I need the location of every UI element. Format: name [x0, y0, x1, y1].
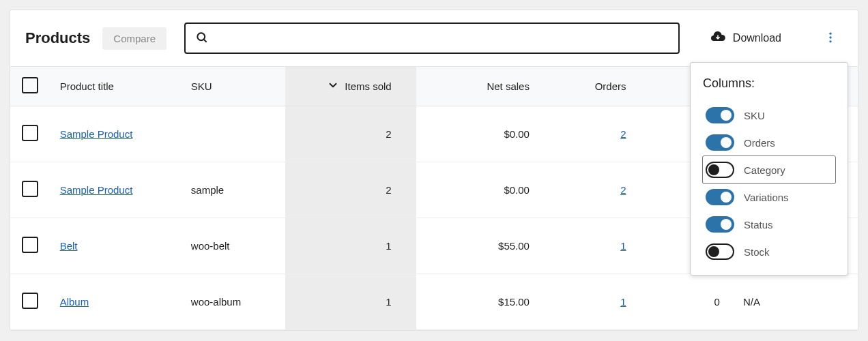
toggle-switch[interactable]: [706, 162, 734, 178]
cell-net-sales: $15.00: [416, 274, 554, 330]
download-button[interactable]: Download: [703, 25, 788, 52]
column-toggle-row[interactable]: Status: [703, 211, 835, 238]
toggle-label: Status: [744, 219, 773, 231]
cell-status: N/A: [734, 274, 858, 330]
col-header-items-sold[interactable]: Items sold: [285, 67, 416, 106]
compare-button[interactable]: Compare: [102, 27, 167, 50]
cell-sku: [182, 106, 285, 162]
column-toggle-row[interactable]: Orders: [703, 129, 835, 156]
orders-link[interactable]: 2: [620, 184, 626, 196]
orders-link[interactable]: 1: [620, 240, 626, 252]
table-wrap: Product title SKU Items sold Net sales O…: [10, 66, 858, 330]
toggle-switch[interactable]: [706, 243, 734, 260]
download-label: Download: [733, 32, 781, 44]
svg-point-0: [197, 33, 205, 40]
toggle-switch[interactable]: [706, 189, 734, 205]
orders-link[interactable]: 1: [620, 296, 626, 308]
col-header-sku[interactable]: SKU: [182, 67, 285, 106]
cell-net-sales: $55.00: [416, 218, 554, 274]
svg-point-2: [829, 32, 831, 34]
product-title-link[interactable]: Album: [60, 296, 89, 308]
svg-point-4: [829, 40, 831, 42]
cell-sku: sample: [182, 162, 285, 218]
row-checkbox[interactable]: [22, 181, 38, 197]
column-toggle-row[interactable]: Variations: [703, 183, 835, 211]
select-all-checkbox[interactable]: [22, 77, 38, 93]
cell-sku: woo-belt: [182, 218, 285, 274]
header-bar: Products Compare Download: [10, 10, 858, 66]
column-toggle-row[interactable]: Stock: [703, 238, 835, 265]
toggle-label: Variations: [744, 192, 789, 203]
search-icon: [195, 31, 209, 46]
cloud-download-icon: [710, 29, 726, 48]
svg-line-1: [204, 39, 207, 42]
row-checkbox[interactable]: [22, 125, 38, 141]
cell-items-sold: 2: [285, 162, 416, 218]
col-header-title[interactable]: Product title: [50, 67, 182, 106]
cell-variations: 0: [651, 274, 734, 330]
chevron-down-icon: [327, 79, 339, 93]
columns-popover: Columns: SKUOrdersCategoryVariationsStat…: [690, 62, 848, 276]
col-header-items-sold-label: Items sold: [345, 80, 391, 92]
toggle-label: Orders: [744, 137, 775, 149]
toggle-switch[interactable]: [706, 107, 734, 123]
cell-items-sold: 2: [285, 106, 416, 162]
page-title: Products: [25, 29, 90, 47]
toggle-label: Category: [744, 164, 785, 176]
svg-point-3: [829, 36, 831, 38]
product-title-link[interactable]: Sample Product: [60, 128, 133, 140]
toggle-label: Stock: [744, 246, 770, 258]
search-input[interactable]: [209, 24, 669, 53]
kebab-menu-button[interactable]: [818, 25, 843, 52]
toggle-switch[interactable]: [706, 134, 734, 151]
toggle-label: SKU: [744, 110, 765, 121]
row-checkbox[interactable]: [22, 293, 38, 309]
orders-link[interactable]: 2: [620, 128, 626, 140]
row-checkbox[interactable]: [22, 237, 38, 253]
cell-items-sold: 1: [285, 218, 416, 274]
cell-net-sales: $0.00: [416, 162, 554, 218]
columns-popover-title: Columns:: [703, 76, 835, 91]
cell-net-sales: $0.00: [416, 106, 554, 162]
product-title-link[interactable]: Sample Product: [60, 184, 133, 196]
col-header-net-sales[interactable]: Net sales: [416, 67, 554, 106]
table-row: Albumwoo-album1$15.0010N/A: [10, 274, 858, 330]
col-header-checkbox: [10, 67, 50, 106]
cell-items-sold: 1: [285, 274, 416, 330]
cell-sku: woo-album: [182, 274, 285, 330]
products-page: Products Compare Download P: [10, 10, 858, 331]
search-wrap: [184, 23, 680, 54]
product-title-link[interactable]: Belt: [60, 240, 78, 252]
column-toggle-row[interactable]: Category: [703, 156, 835, 183]
col-header-orders[interactable]: Orders: [554, 67, 651, 106]
column-toggle-row[interactable]: SKU: [703, 102, 835, 129]
toggle-switch[interactable]: [706, 216, 734, 233]
